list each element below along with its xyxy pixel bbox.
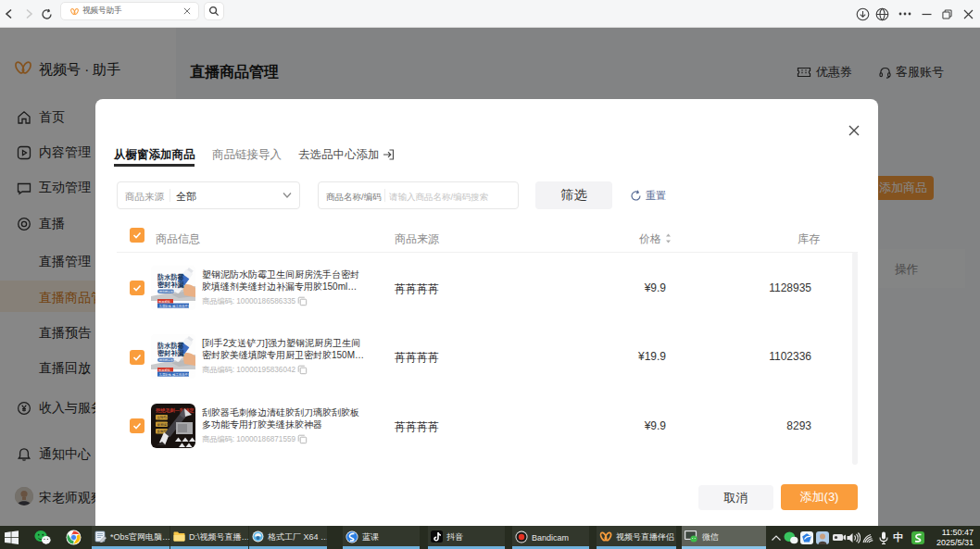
svg-text:无需胶枪: 无需胶枪: [158, 368, 171, 372]
svg-text:修整缝隙: 修整缝隙: [157, 422, 170, 427]
svg-text:无需胶枪: 无需胶枪: [158, 300, 171, 304]
svg-text:防水防霉不开裂: 防水防霉不开裂: [159, 358, 179, 362]
svg-text:去除毛边: 去除毛边: [157, 415, 170, 419]
svg-text:密封补漏: 密封补漏: [157, 281, 184, 289]
svg-text:无需胶枪 施工简单不脏手: 无需胶枪 施工简单不脏手: [159, 304, 195, 308]
svg-text:防水防霉不开裂: 防水防霉不开裂: [159, 290, 179, 293]
svg-text:无需胶枪 施工简单不脏手: 无需胶枪 施工简单不脏手: [159, 372, 195, 377]
svg-text:密封补漏: 密封补漏: [157, 349, 184, 357]
